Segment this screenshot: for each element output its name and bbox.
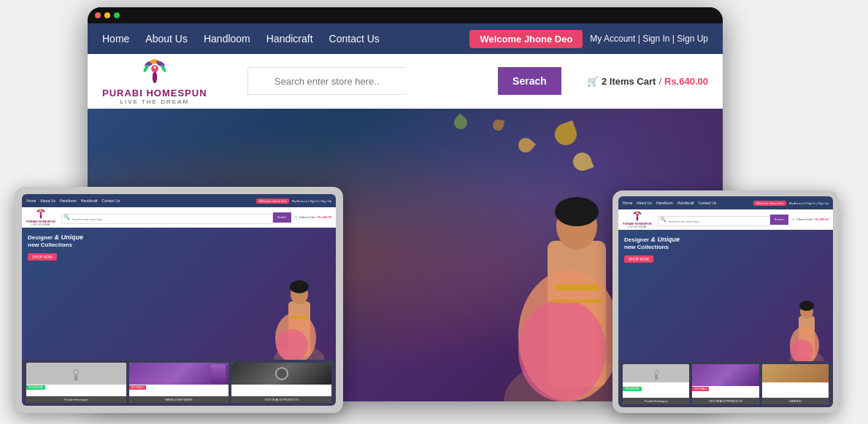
tablet-woman-svg [270, 272, 329, 360]
phone-hero-text: Designer & Unique new Collections SHOP N… [624, 236, 680, 263]
welcome-button[interactable]: Welcome Jhone Deo [469, 30, 583, 48]
phone-product-handloom: HOT DEALS HOT DEALS PRODUCTS [692, 364, 758, 404]
phone-nav-handloom[interactable]: Handloom [656, 201, 673, 205]
tablet-nav-right: Welcome Jhone Deo My Account | Sign In |… [256, 198, 331, 204]
cart-price: Rs.640.00 [664, 76, 708, 87]
svg-point-26 [290, 280, 309, 293]
phone-search-wrap: 🔍 [658, 212, 770, 227]
phone-shop-now-button[interactable]: SHOP NOW [624, 255, 653, 263]
cart-count: 2 Items Cart [602, 76, 656, 87]
nav-about[interactable]: About Us [145, 33, 188, 45]
tablet-header: PURABI HOMESPUN LIVE THE DREAM 🔍 Serach … [22, 207, 336, 228]
phone-welcome[interactable]: Welcome Jhone Deo [753, 201, 786, 206]
nav-handloom[interactable]: Handloom [204, 33, 250, 45]
phone-hero: Designer & Unique new Collections SHOP N… [618, 230, 833, 361]
dot-green [114, 12, 120, 18]
svg-rect-14 [555, 285, 599, 290]
tablet-product-label-3: HOT DEALS PRODUCTS [231, 396, 331, 403]
phone-nav-contact[interactable]: Contact Us [699, 201, 717, 205]
phone-nav-home[interactable]: Home [623, 201, 632, 205]
phone-nav-handicraft[interactable]: Handicraft [677, 201, 694, 205]
phone-search-button[interactable]: Serach [770, 215, 788, 225]
nav-bar: Home About Us Handloom Handicraft Contac… [88, 23, 723, 54]
phone-nav: Home About Us Handloom Handicraft Contac… [618, 196, 833, 209]
tablet-hero-title2: new Collections [28, 242, 83, 249]
cart-area: 🛒 2 Items Cart / Rs.640.00 [587, 76, 708, 87]
phone-product-label-3: KAREED [762, 398, 829, 404]
tablet-hero-text: Designer & Unique new Collections SHOP N… [28, 234, 83, 261]
svg-point-30 [636, 213, 639, 216]
search-area: 🔍 Serach [247, 67, 561, 95]
tablet-account: My Account | Sign In | Sign Up [292, 199, 331, 203]
monitor-top-bar [88, 7, 723, 23]
tablet-search-icon: 🔍 [64, 215, 70, 220]
dot-red [95, 12, 101, 18]
svg-point-34 [637, 216, 639, 220]
search-wrapper: 🔍 [247, 67, 498, 95]
cart-icon-wrap[interactable]: 🛒 2 Items Cart / Rs.640.00 [587, 76, 708, 87]
tablet-nav-about[interactable]: About Us [40, 198, 55, 203]
tablet-device: Home About Us Handloom Handicraft Contac… [15, 187, 343, 413]
tablet-product-icon-1 [68, 366, 84, 382]
svg-point-42 [654, 374, 657, 379]
tablet-search-button[interactable]: Serach [273, 212, 291, 223]
svg-point-11 [518, 299, 606, 401]
phone-product-icon-1 [650, 367, 663, 380]
logo-area: PURABI HOMESPUN LIVE THE DREAM [102, 57, 207, 105]
search-input[interactable] [247, 67, 406, 95]
tablet-cart-price: Rs.640.00 [318, 215, 331, 219]
phone-product-label-2: HOT DEALS PRODUCTS [692, 398, 758, 404]
logo-peacock-icon [140, 57, 169, 86]
svg-point-20 [40, 214, 42, 218]
phone-nav-about[interactable]: About Us [637, 201, 652, 205]
phone-badge-hot: HOT DEALS [692, 387, 709, 391]
dot-yellow [104, 12, 110, 18]
phone-search-icon: 🔍 [660, 217, 667, 223]
tablet-search-input[interactable] [61, 214, 273, 224]
svg-point-13 [555, 197, 599, 226]
tablet-nav-handicraft[interactable]: Handicraft [81, 198, 98, 203]
tablet-cart[interactable]: 🛒 3 Items Cart / Rs.640.00 [294, 215, 331, 219]
nav-contact[interactable]: Contact Us [329, 33, 380, 45]
phone-product-img-1 [623, 364, 689, 382]
tablet-screen: Home About Us Handloom Handicraft Contac… [22, 194, 336, 406]
svg-point-6 [153, 72, 157, 83]
tablet-badge-new: NEW ARRIVAL [26, 385, 45, 390]
phone-hero-title2: new Collections [624, 244, 680, 251]
phone-products-section: NEW ARRIVAL Purabi Homespun HOT DEALS HO… [618, 361, 833, 407]
scene: Home About Us Handloom Handicraft Contac… [0, 0, 868, 424]
tablet-product-handloom: HOT DEALS HANDLOOM SAREE [129, 363, 229, 403]
phone-screen: Home About Us Handloom Handicraft Contac… [618, 196, 833, 407]
tablet-product-label-2: HANDLOOM SAREE [129, 396, 229, 403]
tablet-necklace-img [231, 363, 331, 385]
svg-point-7 [153, 66, 155, 69]
phone-kareed-img [762, 364, 829, 382]
tablet-welcome[interactable]: Welcome Jhone Deo [256, 198, 289, 204]
tablet-nav-handloom[interactable]: Handloom [60, 198, 77, 203]
cart-separator: / [658, 76, 661, 87]
phone-mini-site: Home About Us Handloom Handicraft Contac… [618, 196, 833, 407]
svg-point-28 [74, 369, 79, 374]
phone-nav-links: Home About Us Handloom Handicraft Contac… [623, 201, 716, 205]
nav-home[interactable]: Home [102, 33, 129, 45]
phone-badge-new: NEW ARRIVAL [623, 387, 642, 391]
phone-logo-sub: LIVE THE DREAM [628, 226, 646, 228]
tablet-hero-title1: Designer & Unique [28, 234, 83, 242]
cart-icon: 🛒 [587, 76, 599, 87]
phone-cart[interactable]: 🛒 3 Items Cart / Rs.640.00 [791, 217, 829, 221]
tablet-nav-links: Home About Us Handloom Handicraft Contac… [26, 198, 120, 203]
nav-handicraft[interactable]: Handicraft [266, 33, 313, 45]
search-button[interactable]: Serach [498, 67, 561, 95]
tablet-search-wrap: 🔍 [61, 210, 273, 225]
tablet-mini-site: Home About Us Handloom Handicraft Contac… [22, 194, 336, 406]
nav-right: Welcome Jhone Deo My Account | Sign In |… [469, 30, 708, 48]
phone-search-input[interactable] [658, 216, 770, 226]
phone-device: Home About Us Handloom Handicraft Contac… [612, 190, 839, 413]
phone-account: My Account | Sign In | Sign Up [789, 201, 829, 205]
tablet-shop-now-button[interactable]: SHOP NOW [28, 253, 57, 261]
site-header: PURABI HOMESPUN LIVE THE DREAM 🔍 Serach … [88, 54, 723, 109]
phone-header: PURABI HOMESPUN LIVE THE DREAM 🔍 Serach … [618, 209, 833, 230]
tablet-nav-contact[interactable]: Contact Us [102, 198, 120, 203]
tablet-nav-home[interactable]: Home [26, 198, 36, 203]
phone-cart-count: 3 Items Cart / [796, 217, 814, 221]
